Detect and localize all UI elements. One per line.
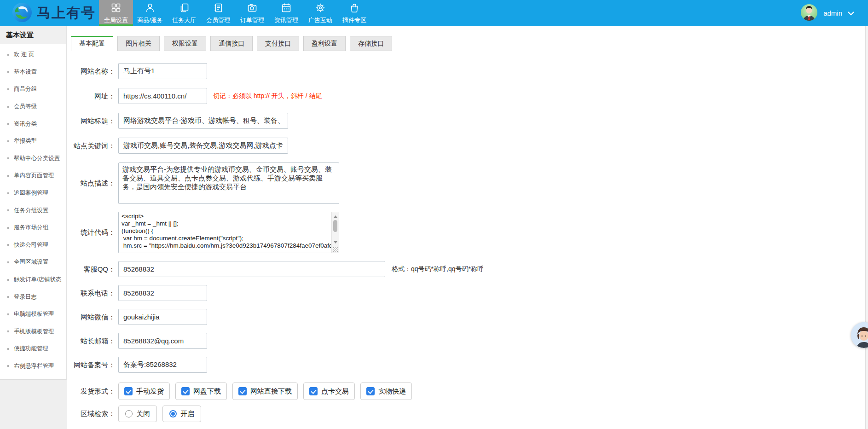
delivery-label: 发货形式：	[67, 387, 115, 396]
sidebar-item-goods-groups[interactable]: 商品分组	[0, 81, 66, 98]
site-name-label: 网站名称：	[67, 63, 115, 79]
username: admin	[823, 9, 842, 17]
sidebar-item-right-float-bar[interactable]: 右侧悬浮栏管理	[0, 358, 66, 375]
nav-item-plugins[interactable]: 插件专区	[337, 0, 371, 26]
sidebar-item-single-page-mgmt[interactable]: 单内容页面管理	[0, 167, 66, 185]
site-keywords-input[interactable]	[118, 138, 288, 154]
sidebar-item-pc-template-mgmt[interactable]: 电脑端模板管理	[0, 306, 66, 323]
resize-grip-icon[interactable]	[333, 247, 338, 252]
textarea-scrollbar[interactable]	[331, 212, 339, 253]
notebook-icon	[213, 2, 224, 15]
camera-icon	[247, 2, 258, 15]
bullet-icon	[7, 296, 9, 298]
scroll-up-arrow-icon[interactable]	[332, 213, 339, 220]
phone-label: 联系电话：	[67, 285, 115, 301]
radio-icon[interactable]	[169, 410, 177, 417]
checkbox-manual-delivery[interactable]: 手动发货	[118, 383, 170, 400]
bullet-icon	[7, 106, 9, 108]
sidebar-item-welcome[interactable]: 欢 迎 页	[0, 46, 66, 64]
checkbox-physical-express[interactable]: 实物快递	[360, 383, 412, 400]
checkbox-point-card-trade[interactable]: 点卡交易	[303, 383, 355, 400]
sidebar-item-news-categories[interactable]: 资讯分类	[0, 115, 66, 133]
nav-item-news[interactable]: 资讯管理	[269, 0, 303, 26]
tab-profit-settings[interactable]: 盈利设置	[303, 36, 346, 51]
bullet-icon	[7, 313, 9, 315]
radio-icon[interactable]	[125, 410, 133, 417]
copy-icon	[179, 2, 190, 15]
bullet-icon	[7, 279, 9, 281]
sidebar-item-mobile-template-mgmt[interactable]: 手机版模板管理	[0, 323, 66, 341]
checkbox-icon[interactable]	[124, 387, 133, 395]
site-title-label: 网站标题：	[67, 113, 115, 129]
icp-input[interactable]	[118, 357, 207, 373]
bullet-icon	[7, 261, 9, 263]
nav-item-members[interactable]: 会员管理	[201, 0, 235, 26]
bullet-icon	[7, 244, 9, 246]
tab-basic-config[interactable]: 基本配置	[71, 36, 113, 51]
region-search-options: 关闭 开启	[118, 406, 201, 422]
sidebar-item-login-logs[interactable]: 登录日志	[0, 288, 66, 306]
checkbox-site-direct-download[interactable]: 网站直接下载	[232, 383, 298, 400]
sidebar-item-basic-settings[interactable]: 基本设置	[0, 64, 66, 81]
checkbox-icon[interactable]	[181, 387, 190, 395]
avatar	[800, 4, 818, 23]
phone-input[interactable]	[118, 285, 207, 301]
region-search-label: 区域检索：	[67, 410, 115, 418]
site-url-label: 网址：	[67, 88, 115, 104]
sidebar-item-report-types[interactable]: 举报类型	[0, 133, 66, 150]
nav-item-ads[interactable]: 广告互动	[303, 0, 337, 26]
checkbox-icon[interactable]	[309, 387, 318, 395]
user-icon	[145, 2, 156, 15]
top-bar: 马上有号 全局设置 商品/服务	[0, 0, 868, 26]
bullet-icon	[7, 348, 9, 350]
scroll-down-arrow-icon[interactable]	[332, 239, 339, 245]
logo[interactable]: 马上有号	[0, 0, 99, 26]
radio-region-on[interactable]: 开启	[162, 406, 201, 422]
site-keywords-label: 站点关键词：	[67, 138, 115, 154]
tab-communication-api[interactable]: 通信接口	[210, 36, 253, 51]
site-name-input[interactable]	[118, 63, 207, 79]
site-description-label: 站点描述：	[67, 179, 115, 188]
sidebar-item-help-center-categories[interactable]: 帮助中心分类设置	[0, 150, 66, 168]
checkbox-netdisk-download[interactable]: 网盘下载	[175, 383, 227, 400]
sidebar: 基本设置 欢 迎 页 基本设置 商品分组 会员等级 资讯分类 举报类型 帮助中心…	[0, 26, 67, 380]
checkbox-icon[interactable]	[366, 387, 375, 395]
main-content: 基本配置 图片相关 权限设置 通信接口 支付接口 盈利设置 存储接口 网站名称：…	[67, 26, 865, 429]
sidebar-item-quick-functions[interactable]: 便捷功能管理	[0, 340, 66, 358]
stats-code-label: 统计代码：	[67, 228, 115, 237]
stats-code-textarea[interactable]: <script> var _hmt = _hmt || []; (functio…	[118, 212, 339, 253]
sidebar-item-task-groups[interactable]: 任务分组设置	[0, 202, 66, 219]
site-description-textarea[interactable]: 游戏交易平台-为您提供专业的游戏币交易、金币交易、账号交易、装备交易、道具交易、…	[118, 162, 339, 204]
radio-region-off[interactable]: 关闭	[118, 406, 157, 422]
tab-storage-api[interactable]: 存储接口	[350, 36, 392, 51]
service-qq-input[interactable]	[118, 261, 385, 277]
site-title-input[interactable]	[118, 113, 288, 129]
sidebar-item-member-levels[interactable]: 会员等级	[0, 98, 66, 116]
nav-item-orders[interactable]: 订单管理	[235, 0, 269, 26]
nav-item-task-hall[interactable]: 任务大厅	[167, 0, 201, 26]
bullet-icon	[7, 227, 9, 229]
chevron-down-icon	[848, 9, 854, 17]
bullet-icon	[7, 209, 9, 211]
checkbox-icon[interactable]	[238, 387, 247, 395]
sidebar-item-service-market-groups[interactable]: 服务市场分组	[0, 219, 66, 237]
sidebar-item-express-companies[interactable]: 快递公司管理	[0, 237, 66, 254]
sidebar-item-recovery-cases[interactable]: 追回案例管理	[0, 185, 66, 202]
tab-payment-api[interactable]: 支付接口	[257, 36, 299, 51]
sidebar-item-national-regions[interactable]: 全国区域设置	[0, 254, 66, 271]
tab-permissions[interactable]: 权限设置	[164, 36, 206, 51]
email-input[interactable]	[118, 333, 207, 349]
bullet-icon	[7, 330, 9, 332]
user-menu[interactable]: admin	[800, 0, 868, 26]
wechat-label: 网站微信：	[67, 309, 115, 325]
gear-icon	[315, 2, 326, 15]
wechat-input[interactable]	[118, 309, 207, 325]
nav-item-global-settings[interactable]: 全局设置	[99, 0, 133, 26]
site-url-input[interactable]	[118, 88, 207, 104]
tab-images[interactable]: 图片相关	[117, 36, 160, 51]
nav-item-goods-services[interactable]: 商品/服务	[133, 0, 167, 26]
scrollbar-thumb[interactable]	[333, 220, 337, 232]
logo-swirl-icon	[12, 2, 32, 24]
content-scrollbar[interactable]	[865, 26, 868, 429]
sidebar-item-trigger-order-shop-status[interactable]: 触发订单/店铺状态	[0, 271, 66, 289]
